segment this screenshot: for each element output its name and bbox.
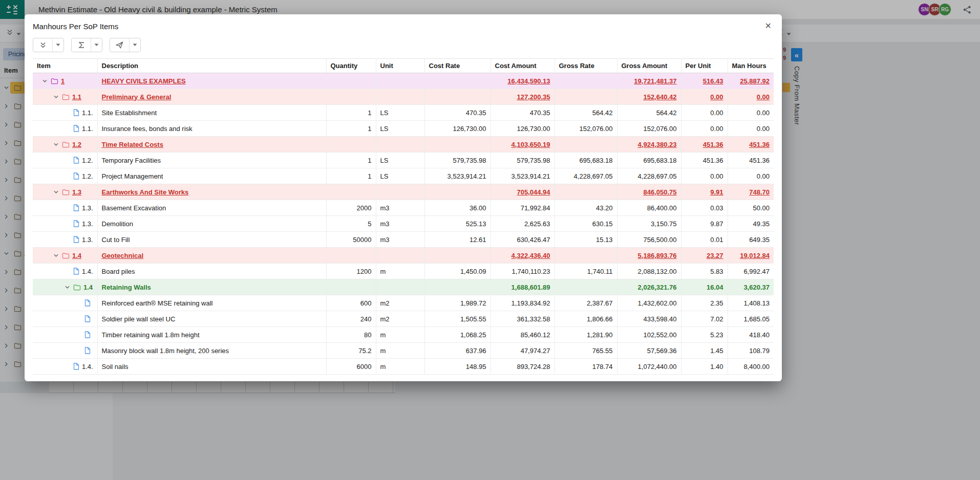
cell-man_hours: 748.70 [749, 188, 770, 196]
file-icon [73, 172, 79, 180]
cell-per_unit: 9.91 [710, 188, 723, 196]
cell-cost_rate: 525.13 [466, 220, 486, 228]
cell-description: Cut to Fill [102, 236, 130, 244]
caret-down-icon[interactable] [52, 94, 59, 100]
export-icon[interactable] [110, 38, 129, 52]
cell-gross_rate: 1,281.90 [587, 331, 613, 339]
cell-man_hours: 1,685.05 [743, 315, 770, 323]
export-split-button [110, 38, 141, 52]
cell-gross_amount: 2,026,321.76 [638, 283, 677, 291]
cell-gross_amount: 5,186,893.76 [638, 252, 677, 259]
cell-cost_amount: 705,044.94 [517, 188, 550, 196]
cell-gross_rate: 178.74 [592, 363, 613, 370]
caret-down-icon[interactable] [41, 78, 48, 84]
cell-quantity: 1 [368, 157, 371, 164]
table-row[interactable]: 1.2Time Related Costs4,103,650.194,924,3… [33, 137, 774, 152]
table-row[interactable]: 1.4.Timber retaining wall 1.8m height80m… [33, 327, 774, 343]
table-row[interactable]: 1.2.1Temporary Facilities1LS579,735.9857… [33, 152, 774, 168]
table-row[interactable]: 1.3.2Demolition5m3525.132,625.63630.153,… [33, 216, 774, 232]
cell-gross_amount: 1,072,440.00 [638, 363, 677, 370]
table-row[interactable]: 1.1.1Site Establishment1LS470.35470.3556… [33, 105, 774, 121]
cell-gross_amount: 57,569.36 [647, 347, 677, 355]
table-row[interactable]: 1.4.Soldier pile wall steel UC240m21,505… [33, 311, 774, 327]
column-header[interactable]: Cost Amount [491, 59, 555, 73]
cell-gross_rate: 152,076.00 [579, 125, 612, 133]
cell-per_unit: 0.00 [710, 172, 723, 180]
table-row[interactable]: 1.4.Reinforced earth® MSE retaining wall… [33, 295, 774, 311]
table-row[interactable]: 1.3.1Basement Excavation2000m336.0071,99… [33, 200, 774, 216]
cell-description: Insurance fees, bonds and risk [102, 125, 193, 133]
cell-gross_amount: 564.42 [656, 109, 677, 117]
expand-all-dropdown-icon[interactable] [52, 38, 63, 52]
cell-per_unit: 7.02 [710, 315, 723, 323]
file-icon [84, 347, 91, 354]
cell-quantity: 240 [360, 315, 372, 323]
cell-description: Project Management [102, 172, 163, 180]
column-header[interactable]: Unit [376, 59, 424, 73]
table-row[interactable]: 1.3Earthworks And Site Works705,044.9484… [33, 184, 774, 200]
cell-description: Preliminary & General [102, 93, 172, 101]
cell-man_hours: 3,620.37 [743, 283, 770, 291]
table-row[interactable]: 1.4.2Retaining Walls1,688,601.892,026,32… [33, 279, 774, 295]
column-header[interactable]: Item [33, 59, 97, 73]
cell-cost_amount: 361,332.58 [517, 315, 550, 323]
cell-gross_amount: 1,432,602.00 [638, 299, 677, 307]
close-icon[interactable]: ✕ [763, 21, 774, 31]
caret-down-icon[interactable] [52, 253, 59, 258]
cell-unit: m2 [380, 299, 390, 307]
table-row[interactable]: 1.3.3Cut to Fill50000m312.61630,426.4715… [33, 232, 774, 248]
cell-gross_rate: 15.13 [596, 236, 613, 244]
cell-description: Reinforced earth® MSE retaining wall [102, 299, 213, 307]
table-row[interactable]: 1.2.2Project Management1LS3,523,914.213,… [33, 168, 774, 184]
cell-gross_rate: 43.20 [596, 204, 613, 212]
sum-button[interactable] [72, 38, 91, 52]
cell-quantity: 2000 [357, 204, 372, 212]
cell-per_unit: 0.03 [710, 204, 723, 212]
column-header[interactable]: Gross Amount [617, 59, 681, 73]
column-header[interactable]: Cost Rate [424, 59, 491, 73]
cell-gross_amount: 846,050.75 [643, 188, 676, 196]
table-row[interactable]: 1.4.3Soil nails6000m148.95893,724.28178.… [33, 359, 774, 375]
file-icon [73, 363, 79, 370]
cell-cost_amount: 579,735.98 [517, 157, 550, 164]
cell-description: HEAVY CIVILS EXAMPLES [102, 77, 186, 85]
cell-unit: m [380, 331, 386, 339]
cell-gross_rate: 564.42 [592, 109, 613, 117]
cell-cost_amount: 4,103,650.19 [512, 141, 550, 148]
column-header[interactable]: Description [97, 59, 326, 73]
folder-icon [73, 284, 81, 291]
caret-down-icon[interactable] [52, 189, 59, 195]
cell-per_unit: 9.87 [710, 220, 723, 228]
cell-per_unit: 451.36 [703, 141, 723, 148]
table-row[interactable]: 1.1Preliminary & General127,200.35152,64… [33, 89, 774, 105]
cell-cost_rate: 1,450.09 [460, 268, 486, 275]
sum-dropdown-icon[interactable] [91, 38, 102, 52]
caret-down-icon[interactable] [63, 285, 71, 290]
cell-description: Masonry block wall 1.8m height, 200 seri… [102, 347, 229, 355]
table-row[interactable]: 1.4.1Board piles1200m1,450.091,740,110.2… [33, 264, 774, 279]
table-row[interactable]: 1.4.Masonry block wall 1.8m height, 200 … [33, 343, 774, 359]
cell-cost_amount: 630,426.47 [517, 236, 550, 244]
folder-icon [62, 141, 70, 148]
expand-all-button[interactable] [33, 38, 52, 52]
table-row[interactable]: 1HEAVY CIVILS EXAMPLES16,434,590.1319,72… [33, 73, 774, 89]
cell-man_hours: 451.36 [749, 157, 770, 164]
cell-cost_amount: 71,992.84 [521, 204, 550, 212]
cell-per_unit: 5.83 [710, 268, 723, 275]
table-row[interactable]: 1.4Geotechnical4,322,436.405,186,893.762… [33, 248, 774, 264]
cell-gross_rate: 695,683.18 [579, 157, 612, 164]
cell-description: Soil nails [102, 363, 129, 370]
cell-man_hours: 418.40 [749, 331, 770, 339]
item-code: 1.2 [72, 141, 81, 148]
cell-cost_rate: 1,505.55 [460, 315, 486, 323]
column-header[interactable]: Man Hours [728, 59, 774, 73]
table-row[interactable]: 1.1.2Insurance fees, bonds and risk1LS12… [33, 121, 774, 137]
column-header[interactable]: Gross Rate [555, 59, 617, 73]
item-code: 1.1.1 [82, 109, 93, 117]
export-dropdown-icon[interactable] [129, 38, 140, 52]
column-header[interactable]: Per Unit [681, 59, 728, 73]
column-header[interactable]: Quantity [326, 59, 376, 73]
cell-gross_amount: 433,598.40 [643, 315, 676, 323]
cell-gross_amount: 19,721,481.37 [634, 77, 676, 85]
caret-down-icon[interactable] [52, 142, 59, 147]
